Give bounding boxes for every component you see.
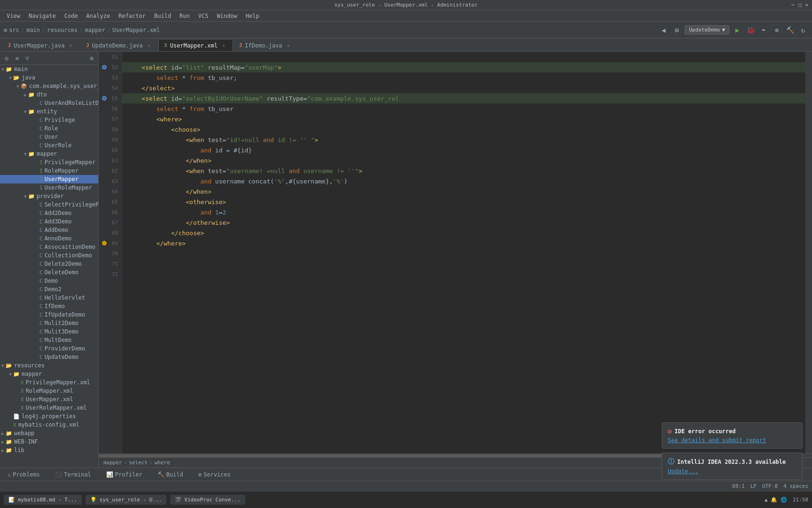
sidebar-collapse-button[interactable]: ≡ [12,54,22,63]
sidebar-locate-button[interactable]: ◎ [2,54,11,63]
menu-analyze[interactable]: Analyze [83,12,114,20]
sidebar-item-userrolemapper[interactable]: I UserRoleMapper [0,183,98,192]
sidebar-item-log4j[interactable]: 📄 log4j.properties [0,412,98,421]
sidebar-item-provider[interactable]: ▼ 📁 provider [0,192,98,200]
sidebar-item-mulit3demo[interactable]: C Mulit3Demo [0,327,98,336]
sidebar-item-privilegemapper[interactable]: I PrivilegeMapper [0,158,98,167]
sidebar-item-webapp[interactable]: ▶ 📁 webapp [0,429,98,437]
tab-close-updatedemo[interactable]: ✕ [146,42,152,49]
sidebar-item-adddemo[interactable]: C AddDemo [0,226,98,234]
breadcrumb-mapper[interactable]: mapper [85,27,105,33]
sidebar-item-delete[interactable]: C DeleteDemo [0,268,98,277]
taskbar-mybatis[interactable]: 📝 mybatis08.md - T... [4,495,82,505]
sidebar-item-package[interactable]: ▼ 📦 com.example.sys_user_role [0,82,98,90]
bottom-tab-terminal[interactable]: ⬛ Terminal [51,470,95,479]
minimize-button[interactable]: ─ [791,2,795,8]
menu-view[interactable]: View [3,12,24,20]
sidebar-item-add2demo[interactable]: C Add2Demo [0,209,98,217]
sidebar-settings-button[interactable]: ⚙ [87,54,96,63]
tab-usermapper-java[interactable]: J UserMapper.java ✕ [2,39,80,51]
status-position[interactable]: 69:1 [732,483,745,489]
bottom-tab-problems[interactable]: ⚠ Problems [4,470,44,479]
debug-button[interactable]: 🐞 [745,25,756,35]
sidebar-item-main[interactable]: ▼ 📁 main [0,65,98,73]
taskbar-sysuser[interactable]: 💡 sys_user_role - U... [86,495,166,505]
sidebar-item-userandrole[interactable]: C UserAndRoleListDTO [0,99,98,107]
sidebar-item-selectprivprovider[interactable]: C SelectPrivilegeProvider [0,200,98,209]
sidebar-item-updatedemo[interactable]: C UpdateDemo [0,353,98,361]
menu-refactor[interactable]: Refactor [115,12,149,20]
menu-code[interactable]: Code [61,12,82,20]
status-encoding[interactable]: UTF-8 [762,483,778,489]
code-editor[interactable]: <select id="list" resultMap="userMap"> s… [122,52,805,453]
menu-build[interactable]: Build [150,12,175,20]
breadcrumb-where-part[interactable]: where [155,460,170,466]
sidebar-item-annodemo[interactable]: C AnnoDemo [0,234,98,243]
sidebar-item-privilege[interactable]: C Privilege [0,116,98,124]
sidebar-item-java[interactable]: ▼ 📂 java [0,73,98,82]
sidebar-item-assocaition[interactable]: C AssocaitionDemo [0,243,98,251]
menu-run[interactable]: Run [176,12,194,20]
sidebar-item-rolemapper[interactable]: I RoleMapper [0,167,98,175]
sidebar-item-usermapper-xml[interactable]: X UserMapper.xml [0,395,98,404]
sidebar-item-mulit2demo[interactable]: C Mulit2Demo [0,319,98,327]
run-config[interactable]: UpdateDemo ▼ [685,25,729,34]
debug-breakpoint-55[interactable] [101,95,108,102]
sidebar-expand-button[interactable]: ▽ [23,54,32,63]
run-with-coverage-button[interactable]: ☂ [758,25,769,35]
sidebar-item-multdemo[interactable]: C MultDemo [0,336,98,344]
menu-vcs[interactable]: VCS [195,12,212,20]
build-button[interactable]: 🔨 [785,25,795,35]
close-button[interactable]: ✕ [805,2,808,8]
notif-error-link[interactable]: See details and submit report [668,437,766,444]
breadcrumb-file[interactable]: UserMapper.xml [112,27,160,33]
sidebar-item-mapper-xml-folder[interactable]: ▼ 📁 mapper [0,370,98,378]
bottom-tab-services[interactable]: ⚙ Services [195,470,234,479]
debug-breakpoint-52[interactable] [101,64,108,71]
sidebar-item-delete2[interactable]: C Delete2Demo [0,260,98,268]
tab-close-ifdemo[interactable]: ✕ [285,42,292,49]
breadcrumb-mapper-part[interactable]: mapper [103,460,122,466]
sidebar-item-mapper[interactable]: ▼ 📁 mapper [0,150,98,158]
tab-close-usermapper-xml[interactable]: ✕ [220,42,227,49]
notif-info-link[interactable]: Update... [668,468,698,475]
recent-files-button[interactable]: ⊞ [671,25,682,35]
status-lf[interactable]: LF [750,483,757,489]
breadcrumb-src[interactable]: src [9,27,19,33]
sidebar-item-webinf[interactable]: ▶ 📁 WEB-INF [0,437,98,446]
tab-usermapper-xml[interactable]: X UserMapper.xml ✕ [158,39,233,51]
update-button[interactable]: ↻ [798,25,808,35]
sidebar-item-dto[interactable]: ▶ 📁 dto [0,90,98,99]
back-button[interactable]: ◀ [658,25,669,35]
sidebar-item-collection[interactable]: C CollectionDemo [0,251,98,260]
scrollbar-thumb[interactable] [99,454,669,457]
maximize-button[interactable]: □ [798,2,802,8]
taskbar-videoproc[interactable]: 🎬 VideoProc Conve... [170,495,245,505]
sidebar-item-demo2[interactable]: C Demo2 [0,285,98,294]
breadcrumb-main[interactable]: main [26,27,40,33]
sidebar-item-ifupdatedemo[interactable]: C IfUpdateDemo [0,310,98,319]
tab-updatedemo-java[interactable]: J UpdateDemo.java ✕ [80,39,158,51]
menu-help[interactable]: Help [242,12,263,20]
profile-button[interactable]: ⊕ [772,25,782,35]
sidebar-item-usermapper[interactable]: I UserMapper [0,175,98,183]
tab-ifdemo-java[interactable]: J IfDemo.java ✕ [233,39,298,51]
breadcrumb-select-part[interactable]: select [129,460,148,466]
sidebar-item-helloservlet[interactable]: C HelloServlet [0,294,98,302]
menu-window[interactable]: Window [213,12,241,20]
sidebar-item-role[interactable]: C Role [0,124,98,133]
sidebar-item-add3demo[interactable]: C Add3Demo [0,217,98,226]
sidebar-item-userrolemapper-xml[interactable]: X UserRoleMapper.xml [0,404,98,412]
sidebar-item-mybatis-config[interactable]: X mybatis-config.xml [0,421,98,429]
sidebar-item-providerdemo[interactable]: C ProviderDemo [0,344,98,353]
sidebar-item-privilegemapper-xml[interactable]: X PrivilegeMapper.xml [0,378,98,387]
sidebar-item-ifdemo[interactable]: C IfDemo [0,302,98,310]
bottom-tab-profiler[interactable]: 📊 Profiler [102,470,146,479]
tab-close-usermapper-java[interactable]: ✕ [67,42,74,49]
sidebar-item-rolemapper-xml[interactable]: X RoleMapper.xml [0,387,98,395]
sidebar-item-resources[interactable]: ▼ 📂 resources [0,361,98,370]
breadcrumb-resources[interactable]: resources [47,27,78,33]
sidebar-item-lib[interactable]: ▶ 📁 lib [0,446,98,454]
sidebar-item-entity[interactable]: ▼ 📁 entity [0,107,98,116]
sidebar-item-userrole[interactable]: C UserRole [0,141,98,150]
